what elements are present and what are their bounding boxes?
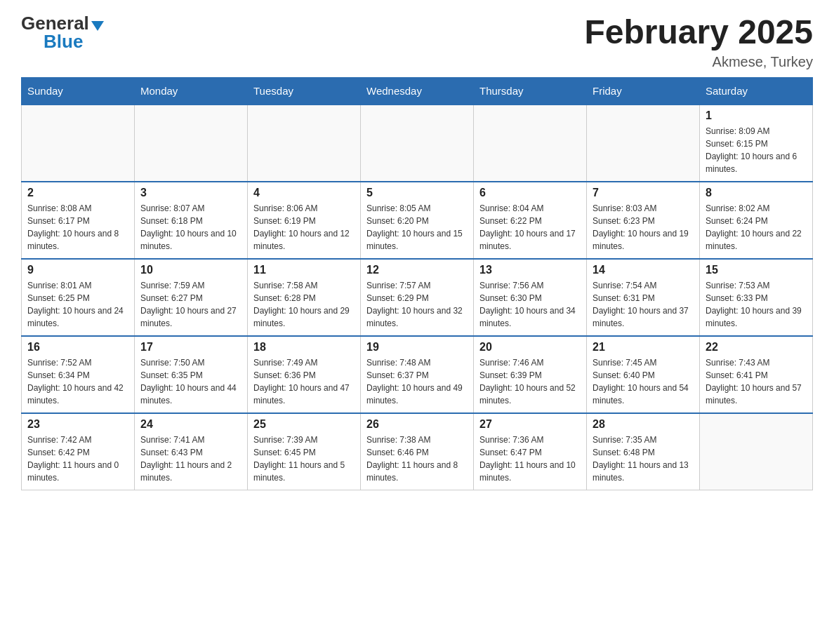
calendar-body: 1Sunrise: 8:09 AMSunset: 6:15 PMDaylight… bbox=[22, 105, 813, 490]
calendar-cell: 28Sunrise: 7:35 AMSunset: 6:48 PMDayligh… bbox=[587, 413, 700, 490]
page-header: General Blue February 2025 Akmese, Turke… bbox=[21, 14, 813, 70]
logo-line1: General bbox=[21, 14, 104, 32]
calendar-table: Sunday Monday Tuesday Wednesday Thursday… bbox=[21, 77, 813, 491]
day-number: 4 bbox=[253, 187, 355, 199]
calendar-cell bbox=[22, 105, 135, 182]
calendar-cell: 22Sunrise: 7:43 AMSunset: 6:41 PMDayligh… bbox=[700, 336, 813, 413]
calendar-cell: 16Sunrise: 7:52 AMSunset: 6:34 PMDayligh… bbox=[22, 336, 135, 413]
calendar-cell bbox=[587, 105, 700, 182]
day-number: 13 bbox=[479, 264, 581, 276]
calendar-week-row: 23Sunrise: 7:42 AMSunset: 6:42 PMDayligh… bbox=[22, 413, 813, 490]
day-info: Sunrise: 8:09 AMSunset: 6:15 PMDaylight:… bbox=[706, 125, 807, 175]
day-number: 28 bbox=[593, 418, 694, 431]
calendar-cell: 6Sunrise: 8:04 AMSunset: 6:22 PMDaylight… bbox=[474, 182, 587, 259]
day-info: Sunrise: 7:45 AMSunset: 6:40 PMDaylight:… bbox=[593, 356, 694, 407]
day-number: 21 bbox=[593, 341, 694, 354]
calendar-cell: 7Sunrise: 8:03 AMSunset: 6:23 PMDaylight… bbox=[587, 182, 700, 259]
calendar-cell: 23Sunrise: 7:42 AMSunset: 6:42 PMDayligh… bbox=[22, 413, 135, 490]
calendar-cell bbox=[361, 105, 474, 182]
day-info: Sunrise: 7:48 AMSunset: 6:37 PMDaylight:… bbox=[366, 356, 468, 407]
day-info: Sunrise: 8:02 AMSunset: 6:24 PMDaylight:… bbox=[706, 202, 807, 253]
day-number: 1 bbox=[706, 109, 807, 122]
logo: General Blue bbox=[21, 14, 104, 51]
day-info: Sunrise: 7:39 AMSunset: 6:45 PMDaylight:… bbox=[253, 434, 355, 484]
calendar-cell: 24Sunrise: 7:41 AMSunset: 6:43 PMDayligh… bbox=[135, 413, 248, 490]
day-number: 16 bbox=[27, 341, 128, 354]
calendar-header: Sunday Monday Tuesday Wednesday Thursday… bbox=[22, 77, 813, 105]
day-number: 20 bbox=[479, 341, 581, 354]
day-number: 12 bbox=[366, 264, 468, 276]
title-section: February 2025 Akmese, Turkey bbox=[584, 14, 813, 70]
day-info: Sunrise: 8:04 AMSunset: 6:22 PMDaylight:… bbox=[479, 202, 581, 253]
day-number: 8 bbox=[706, 187, 807, 199]
header-monday: Monday bbox=[135, 77, 248, 105]
day-number: 22 bbox=[706, 341, 807, 354]
day-info: Sunrise: 7:46 AMSunset: 6:39 PMDaylight:… bbox=[479, 356, 581, 407]
calendar-cell: 5Sunrise: 8:05 AMSunset: 6:20 PMDaylight… bbox=[361, 182, 474, 259]
calendar-week-row: 2Sunrise: 8:08 AMSunset: 6:17 PMDaylight… bbox=[22, 182, 813, 259]
day-number: 25 bbox=[253, 418, 355, 431]
day-number: 3 bbox=[140, 187, 241, 199]
calendar-cell: 12Sunrise: 7:57 AMSunset: 6:29 PMDayligh… bbox=[361, 259, 474, 336]
calendar-cell: 15Sunrise: 7:53 AMSunset: 6:33 PMDayligh… bbox=[700, 259, 813, 336]
calendar-week-row: 16Sunrise: 7:52 AMSunset: 6:34 PMDayligh… bbox=[22, 336, 813, 413]
day-info: Sunrise: 8:01 AMSunset: 6:25 PMDaylight:… bbox=[27, 279, 128, 330]
calendar-cell bbox=[248, 105, 361, 182]
day-number: 5 bbox=[366, 187, 468, 199]
day-info: Sunrise: 7:50 AMSunset: 6:35 PMDaylight:… bbox=[140, 356, 241, 407]
day-info: Sunrise: 8:07 AMSunset: 6:18 PMDaylight:… bbox=[140, 202, 241, 253]
calendar-cell: 20Sunrise: 7:46 AMSunset: 6:39 PMDayligh… bbox=[474, 336, 587, 413]
day-info: Sunrise: 7:43 AMSunset: 6:41 PMDaylight:… bbox=[706, 356, 807, 407]
day-number: 27 bbox=[479, 418, 581, 431]
logo-blue-text: Blue bbox=[44, 31, 83, 52]
day-info: Sunrise: 7:36 AMSunset: 6:47 PMDaylight:… bbox=[479, 434, 581, 484]
day-info: Sunrise: 7:56 AMSunset: 6:30 PMDaylight:… bbox=[479, 279, 581, 330]
calendar-cell: 18Sunrise: 7:49 AMSunset: 6:36 PMDayligh… bbox=[248, 336, 361, 413]
calendar-cell: 8Sunrise: 8:02 AMSunset: 6:24 PMDaylight… bbox=[700, 182, 813, 259]
day-number: 14 bbox=[593, 264, 694, 276]
calendar-cell: 1Sunrise: 8:09 AMSunset: 6:15 PMDaylight… bbox=[700, 105, 813, 182]
day-info: Sunrise: 7:42 AMSunset: 6:42 PMDaylight:… bbox=[27, 434, 128, 484]
day-info: Sunrise: 7:54 AMSunset: 6:31 PMDaylight:… bbox=[593, 279, 694, 330]
day-number: 18 bbox=[253, 341, 355, 354]
header-row: Sunday Monday Tuesday Wednesday Thursday… bbox=[22, 77, 813, 105]
day-number: 24 bbox=[140, 418, 241, 431]
logo-line2: Blue bbox=[21, 32, 83, 51]
day-info: Sunrise: 8:08 AMSunset: 6:17 PMDaylight:… bbox=[27, 202, 128, 253]
day-info: Sunrise: 7:41 AMSunset: 6:43 PMDaylight:… bbox=[140, 434, 241, 484]
calendar-cell: 17Sunrise: 7:50 AMSunset: 6:35 PMDayligh… bbox=[135, 336, 248, 413]
logo-triangle-icon bbox=[91, 21, 104, 31]
day-number: 10 bbox=[140, 264, 241, 276]
day-info: Sunrise: 8:06 AMSunset: 6:19 PMDaylight:… bbox=[253, 202, 355, 253]
day-number: 2 bbox=[27, 187, 128, 199]
day-number: 7 bbox=[593, 187, 694, 199]
day-number: 11 bbox=[253, 264, 355, 276]
header-sunday: Sunday bbox=[22, 77, 135, 105]
day-info: Sunrise: 7:59 AMSunset: 6:27 PMDaylight:… bbox=[140, 279, 241, 330]
day-info: Sunrise: 7:49 AMSunset: 6:36 PMDaylight:… bbox=[253, 356, 355, 407]
day-info: Sunrise: 8:05 AMSunset: 6:20 PMDaylight:… bbox=[366, 202, 468, 253]
calendar-cell bbox=[135, 105, 248, 182]
calendar-cell: 19Sunrise: 7:48 AMSunset: 6:37 PMDayligh… bbox=[361, 336, 474, 413]
day-number: 6 bbox=[479, 187, 581, 199]
day-number: 9 bbox=[27, 264, 128, 276]
calendar-cell bbox=[474, 105, 587, 182]
day-info: Sunrise: 7:57 AMSunset: 6:29 PMDaylight:… bbox=[366, 279, 468, 330]
day-info: Sunrise: 7:35 AMSunset: 6:48 PMDaylight:… bbox=[593, 434, 694, 484]
header-saturday: Saturday bbox=[700, 77, 813, 105]
calendar-cell: 3Sunrise: 8:07 AMSunset: 6:18 PMDaylight… bbox=[135, 182, 248, 259]
calendar-cell: 21Sunrise: 7:45 AMSunset: 6:40 PMDayligh… bbox=[587, 336, 700, 413]
calendar-week-row: 9Sunrise: 8:01 AMSunset: 6:25 PMDaylight… bbox=[22, 259, 813, 336]
header-tuesday: Tuesday bbox=[248, 77, 361, 105]
day-number: 15 bbox=[706, 264, 807, 276]
logo-general-text: General bbox=[21, 14, 89, 32]
day-number: 17 bbox=[140, 341, 241, 354]
header-thursday: Thursday bbox=[474, 77, 587, 105]
calendar-cell: 9Sunrise: 8:01 AMSunset: 6:25 PMDaylight… bbox=[22, 259, 135, 336]
calendar-cell: 11Sunrise: 7:58 AMSunset: 6:28 PMDayligh… bbox=[248, 259, 361, 336]
day-info: Sunrise: 7:52 AMSunset: 6:34 PMDaylight:… bbox=[27, 356, 128, 407]
calendar-cell: 4Sunrise: 8:06 AMSunset: 6:19 PMDaylight… bbox=[248, 182, 361, 259]
day-number: 19 bbox=[366, 341, 468, 354]
calendar-week-row: 1Sunrise: 8:09 AMSunset: 6:15 PMDaylight… bbox=[22, 105, 813, 182]
header-wednesday: Wednesday bbox=[361, 77, 474, 105]
